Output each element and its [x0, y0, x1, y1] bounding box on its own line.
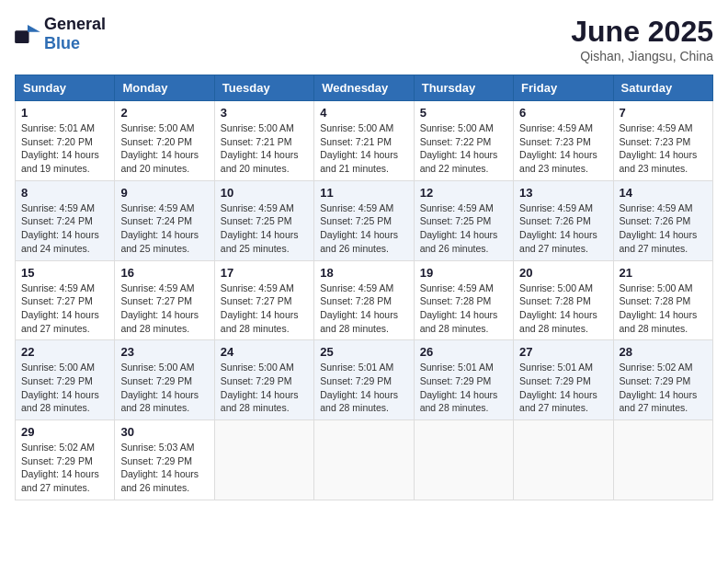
calendar-cell: 9Sunrise: 4:59 AM Sunset: 7:24 PM Daylig… [115, 180, 214, 260]
calendar-header-row: Sunday Monday Tuesday Wednesday Thursday… [16, 75, 713, 101]
calendar-cell [613, 420, 712, 500]
day-info: Sunrise: 4:59 AM Sunset: 7:23 PM Dayligh… [519, 121, 607, 176]
calendar-cell: 7Sunrise: 4:59 AM Sunset: 7:23 PM Daylig… [613, 101, 712, 181]
day-number: 20 [519, 266, 607, 280]
calendar-cell [514, 420, 613, 500]
day-info: Sunrise: 4:59 AM Sunset: 7:25 PM Dayligh… [420, 201, 507, 256]
svg-rect-0 [15, 30, 28, 43]
col-header-tuesday: Tuesday [214, 75, 313, 101]
calendar-cell: 27Sunrise: 5:01 AM Sunset: 7:29 PM Dayli… [514, 340, 613, 420]
calendar-cell: 3Sunrise: 5:00 AM Sunset: 7:21 PM Daylig… [214, 101, 313, 181]
day-info: Sunrise: 4:59 AM Sunset: 7:25 PM Dayligh… [221, 201, 308, 256]
calendar-cell: 21Sunrise: 5:00 AM Sunset: 7:28 PM Dayli… [613, 260, 712, 340]
calendar-cell: 26Sunrise: 5:01 AM Sunset: 7:29 PM Dayli… [414, 340, 513, 420]
day-number: 22 [21, 345, 108, 359]
calendar-week-row: 22Sunrise: 5:00 AM Sunset: 7:29 PM Dayli… [16, 340, 713, 420]
calendar-week-row: 29Sunrise: 5:02 AM Sunset: 7:29 PM Dayli… [16, 420, 713, 500]
day-info: Sunrise: 5:01 AM Sunset: 7:20 PM Dayligh… [21, 121, 108, 176]
calendar-cell: 14Sunrise: 4:59 AM Sunset: 7:26 PM Dayli… [613, 180, 712, 260]
day-info: Sunrise: 5:00 AM Sunset: 7:29 PM Dayligh… [221, 361, 308, 415]
calendar-cell: 15Sunrise: 4:59 AM Sunset: 7:27 PM Dayli… [16, 260, 115, 340]
svg-marker-1 [28, 25, 40, 32]
day-info: Sunrise: 4:59 AM Sunset: 7:25 PM Dayligh… [320, 201, 407, 256]
col-header-thursday: Thursday [414, 75, 513, 101]
calendar-cell: 17Sunrise: 4:59 AM Sunset: 7:27 PM Dayli… [214, 260, 313, 340]
calendar-cell: 19Sunrise: 4:59 AM Sunset: 7:28 PM Dayli… [414, 260, 513, 340]
day-info: Sunrise: 5:02 AM Sunset: 7:29 PM Dayligh… [620, 361, 707, 415]
day-number: 27 [519, 345, 607, 359]
day-info: Sunrise: 5:00 AM Sunset: 7:21 PM Dayligh… [320, 121, 407, 176]
calendar-cell: 1Sunrise: 5:01 AM Sunset: 7:20 PM Daylig… [16, 101, 115, 181]
day-number: 24 [221, 345, 308, 359]
col-header-monday: Monday [115, 75, 214, 101]
day-number: 11 [320, 186, 407, 200]
calendar-cell: 23Sunrise: 5:00 AM Sunset: 7:29 PM Dayli… [115, 340, 214, 420]
logo-general-text: General [44, 15, 106, 33]
calendar-title: June 2025 [571, 15, 713, 49]
day-number: 2 [120, 106, 208, 120]
col-header-sunday: Sunday [16, 75, 115, 101]
calendar-cell: 18Sunrise: 4:59 AM Sunset: 7:28 PM Dayli… [314, 260, 414, 340]
day-number: 12 [420, 186, 507, 200]
day-number: 7 [620, 106, 707, 120]
calendar-cell: 20Sunrise: 5:00 AM Sunset: 7:28 PM Dayli… [514, 260, 613, 340]
calendar-cell: 25Sunrise: 5:01 AM Sunset: 7:29 PM Dayli… [314, 340, 414, 420]
day-number: 14 [620, 186, 707, 200]
calendar-cell: 28Sunrise: 5:02 AM Sunset: 7:29 PM Dayli… [613, 340, 712, 420]
day-info: Sunrise: 4:59 AM Sunset: 7:27 PM Dayligh… [21, 282, 108, 336]
day-info: Sunrise: 4:59 AM Sunset: 7:27 PM Dayligh… [120, 282, 208, 336]
calendar-week-row: 1Sunrise: 5:01 AM Sunset: 7:20 PM Daylig… [16, 101, 713, 181]
day-number: 30 [120, 425, 208, 439]
col-header-wednesday: Wednesday [314, 75, 414, 101]
day-number: 28 [620, 345, 707, 359]
day-info: Sunrise: 4:59 AM Sunset: 7:24 PM Dayligh… [120, 201, 208, 256]
calendar-cell: 30Sunrise: 5:03 AM Sunset: 7:29 PM Dayli… [115, 420, 214, 500]
day-number: 17 [221, 266, 308, 280]
calendar-cell: 10Sunrise: 4:59 AM Sunset: 7:25 PM Dayli… [214, 180, 313, 260]
calendar-cell: 12Sunrise: 4:59 AM Sunset: 7:25 PM Dayli… [414, 180, 513, 260]
day-number: 19 [420, 266, 507, 280]
col-header-saturday: Saturday [613, 75, 712, 101]
day-info: Sunrise: 4:59 AM Sunset: 7:23 PM Dayligh… [620, 121, 707, 176]
page-header: General Blue June 2025 Qishan, Jiangsu, … [15, 15, 713, 63]
calendar-week-row: 15Sunrise: 4:59 AM Sunset: 7:27 PM Dayli… [16, 260, 713, 340]
day-number: 5 [420, 106, 507, 120]
day-info: Sunrise: 5:03 AM Sunset: 7:29 PM Dayligh… [120, 441, 208, 495]
day-number: 9 [120, 186, 208, 200]
day-number: 13 [519, 186, 607, 200]
day-number: 10 [221, 186, 308, 200]
calendar-cell: 13Sunrise: 4:59 AM Sunset: 7:26 PM Dayli… [514, 180, 613, 260]
generalblue-logo-icon [15, 25, 40, 43]
calendar-cell: 2Sunrise: 5:00 AM Sunset: 7:20 PM Daylig… [115, 101, 214, 181]
day-number: 26 [420, 345, 507, 359]
day-info: Sunrise: 5:00 AM Sunset: 7:28 PM Dayligh… [620, 282, 707, 336]
day-number: 29 [21, 425, 108, 439]
title-area: June 2025 Qishan, Jiangsu, China [571, 15, 713, 63]
day-info: Sunrise: 5:00 AM Sunset: 7:29 PM Dayligh… [120, 361, 208, 415]
calendar-cell: 29Sunrise: 5:02 AM Sunset: 7:29 PM Dayli… [16, 420, 115, 500]
calendar-cell: 11Sunrise: 4:59 AM Sunset: 7:25 PM Dayli… [314, 180, 414, 260]
logo-blue-text: Blue [44, 34, 80, 52]
day-info: Sunrise: 5:00 AM Sunset: 7:28 PM Dayligh… [519, 282, 607, 336]
day-number: 8 [21, 186, 108, 200]
day-number: 3 [221, 106, 308, 120]
day-info: Sunrise: 4:59 AM Sunset: 7:26 PM Dayligh… [519, 201, 607, 256]
day-info: Sunrise: 5:00 AM Sunset: 7:29 PM Dayligh… [21, 361, 108, 415]
calendar-table: Sunday Monday Tuesday Wednesday Thursday… [15, 75, 713, 500]
day-info: Sunrise: 5:00 AM Sunset: 7:20 PM Dayligh… [120, 121, 208, 176]
day-number: 21 [620, 266, 707, 280]
day-info: Sunrise: 5:01 AM Sunset: 7:29 PM Dayligh… [519, 361, 607, 415]
day-number: 23 [120, 345, 208, 359]
calendar-cell: 24Sunrise: 5:00 AM Sunset: 7:29 PM Dayli… [214, 340, 313, 420]
day-number: 16 [120, 266, 208, 280]
logo: General Blue [15, 15, 106, 53]
day-info: Sunrise: 4:59 AM Sunset: 7:24 PM Dayligh… [21, 201, 108, 256]
day-info: Sunrise: 5:01 AM Sunset: 7:29 PM Dayligh… [420, 361, 507, 415]
day-info: Sunrise: 4:59 AM Sunset: 7:28 PM Dayligh… [320, 282, 407, 336]
day-info: Sunrise: 4:59 AM Sunset: 7:28 PM Dayligh… [420, 282, 507, 336]
day-number: 6 [519, 106, 607, 120]
day-info: Sunrise: 5:00 AM Sunset: 7:22 PM Dayligh… [420, 121, 507, 176]
calendar-cell: 8Sunrise: 4:59 AM Sunset: 7:24 PM Daylig… [16, 180, 115, 260]
col-header-friday: Friday [514, 75, 613, 101]
calendar-cell [214, 420, 313, 500]
